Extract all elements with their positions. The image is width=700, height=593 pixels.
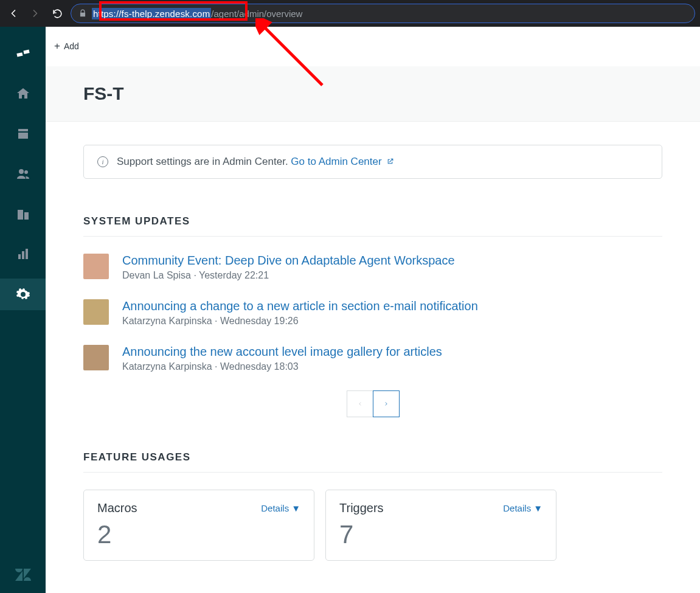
avatar — [83, 299, 109, 325]
address-bar[interactable]: https://fs-thelp.zendesk.com/agent/admin… — [71, 4, 695, 23]
avatar — [83, 254, 109, 279]
sidebar-customers[interactable] — [0, 158, 46, 190]
details-link[interactable]: Details ▼ — [261, 503, 300, 513]
update-title-link[interactable]: Community Event: Deep Dive on Adaptable … — [122, 254, 455, 268]
triangle-down-icon: ▼ — [291, 503, 300, 513]
sidebar — [0, 27, 46, 593]
sidebar-home[interactable] — [0, 78, 46, 109]
chevron-left-icon — [357, 401, 363, 407]
add-label: Add — [64, 41, 79, 51]
main-content: + Add FS-T i Support settings are in Adm… — [46, 27, 700, 593]
sidebar-zendesk-logo[interactable] — [15, 569, 31, 583]
pagination-prev[interactable] — [347, 390, 373, 417]
feature-card-triggers: Triggers Details ▼ 7 — [325, 490, 556, 561]
zendesk-icon — [15, 569, 31, 581]
info-banner: i Support settings are in Admin Center. … — [83, 145, 662, 179]
page-header: FS-T — [46, 66, 700, 122]
url-host: https://fs-thelp.zendesk.com — [92, 8, 211, 19]
list-icon — [16, 127, 30, 141]
sidebar-admin[interactable] — [0, 279, 46, 310]
bar-chart-icon — [16, 247, 30, 262]
sidebar-logo[interactable] — [0, 38, 46, 69]
update-item: Announcing the new account level image g… — [83, 345, 662, 372]
feature-card-macros: Macros Details ▼ 2 — [83, 490, 314, 561]
reload-button[interactable] — [49, 5, 66, 22]
triangle-down-icon: ▼ — [533, 503, 542, 513]
sidebar-organizations[interactable] — [0, 198, 46, 230]
feature-usages-heading: FEATURE USAGES — [83, 451, 662, 473]
feature-title: Triggers — [339, 501, 384, 515]
update-meta: Katarzyna Karpinska · Wednesday 18:03 — [122, 361, 442, 372]
browser-toolbar: https://fs-thelp.zendesk.com/agent/admin… — [0, 0, 700, 27]
pagination — [83, 390, 662, 417]
feature-count: 2 — [97, 520, 300, 549]
add-button[interactable]: + Add — [54, 40, 79, 52]
update-item: Announcing a change to a new article in … — [83, 299, 662, 327]
product-logo-icon — [16, 46, 30, 61]
sidebar-reporting[interactable] — [0, 238, 46, 270]
svg-point-4 — [24, 170, 28, 174]
system-updates-heading: SYSTEM UPDATES — [83, 215, 662, 237]
update-meta: Katarzyna Karpinska · Wednesday 19:26 — [122, 316, 478, 327]
svg-rect-5 — [18, 254, 21, 259]
svg-point-3 — [19, 169, 24, 174]
home-icon — [16, 86, 30, 101]
chevron-right-icon — [383, 401, 389, 407]
forward-button[interactable] — [27, 5, 44, 22]
svg-rect-7 — [26, 249, 28, 259]
feature-count: 7 — [339, 520, 542, 549]
svg-rect-2 — [23, 50, 29, 54]
back-button[interactable] — [5, 5, 22, 22]
topbar: + Add — [46, 27, 700, 66]
svg-rect-6 — [22, 251, 24, 259]
admin-center-link[interactable]: Go to Admin Center — [291, 156, 394, 167]
external-link-icon — [386, 158, 394, 165]
update-title-link[interactable]: Announcing the new account level image g… — [122, 345, 442, 359]
page-title: FS-T — [83, 83, 700, 104]
info-icon: i — [97, 156, 108, 167]
plus-icon: + — [54, 40, 60, 52]
gear-icon — [16, 287, 30, 302]
sidebar-views[interactable] — [0, 118, 46, 150]
users-icon — [16, 167, 30, 181]
lock-icon — [78, 9, 87, 18]
details-link[interactable]: Details ▼ — [503, 503, 542, 513]
svg-rect-1 — [16, 52, 23, 57]
update-meta: Devan La Spisa · Yesterday 22:21 — [122, 270, 455, 281]
feature-title: Macros — [97, 501, 137, 515]
buildings-icon — [16, 207, 30, 221]
avatar — [83, 345, 109, 370]
url-path: /agent/admin/overview — [211, 9, 302, 19]
update-title-link[interactable]: Announcing a change to a new article in … — [122, 299, 478, 313]
url-text: https://fs-thelp.zendesk.com/agent/admin… — [92, 8, 302, 19]
pagination-next[interactable] — [373, 390, 400, 417]
update-item: Community Event: Deep Dive on Adaptable … — [83, 254, 662, 281]
banner-text: Support settings are in Admin Center. Go… — [117, 156, 394, 168]
